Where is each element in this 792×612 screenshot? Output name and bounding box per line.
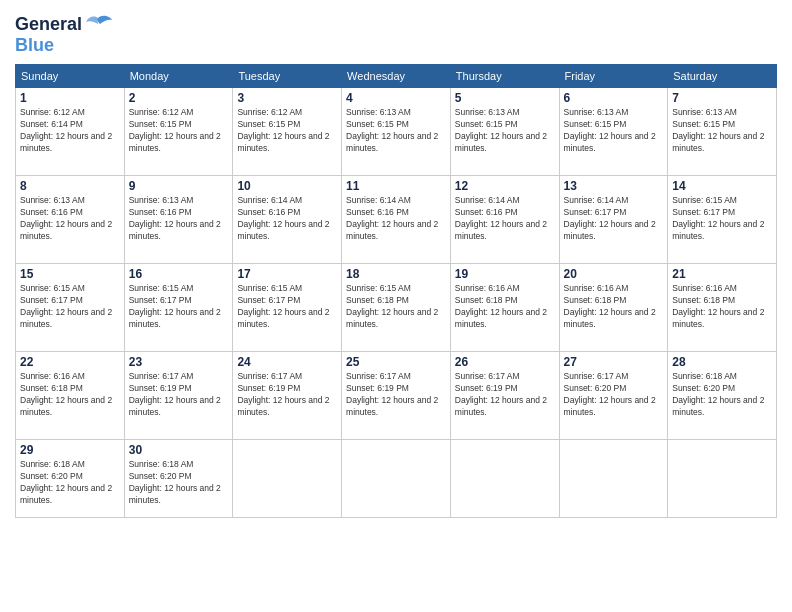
day-info: Sunrise: 6:14 AMSunset: 6:16 PMDaylight:… <box>346 195 446 243</box>
day-number: 3 <box>237 91 337 105</box>
logo-bird-icon <box>84 14 112 34</box>
table-row: 17Sunrise: 6:15 AMSunset: 6:17 PMDayligh… <box>233 264 342 352</box>
table-row: 2Sunrise: 6:12 AMSunset: 6:15 PMDaylight… <box>124 88 233 176</box>
day-number: 10 <box>237 179 337 193</box>
calendar-week-row: 29Sunrise: 6:18 AMSunset: 6:20 PMDayligh… <box>16 440 777 518</box>
col-wednesday: Wednesday <box>342 65 451 88</box>
page: General Blue Sunday Monday Tuesday Wedne… <box>0 0 792 612</box>
table-row: 18Sunrise: 6:15 AMSunset: 6:18 PMDayligh… <box>342 264 451 352</box>
calendar-week-row: 15Sunrise: 6:15 AMSunset: 6:17 PMDayligh… <box>16 264 777 352</box>
day-number: 5 <box>455 91 555 105</box>
day-number: 1 <box>20 91 120 105</box>
header: General Blue <box>15 10 777 56</box>
day-info: Sunrise: 6:17 AMSunset: 6:19 PMDaylight:… <box>455 371 555 419</box>
calendar-week-row: 22Sunrise: 6:16 AMSunset: 6:18 PMDayligh… <box>16 352 777 440</box>
logo-general-text: General <box>15 14 82 35</box>
day-number: 16 <box>129 267 229 281</box>
col-monday: Monday <box>124 65 233 88</box>
day-number: 2 <box>129 91 229 105</box>
day-info: Sunrise: 6:13 AMSunset: 6:15 PMDaylight:… <box>346 107 446 155</box>
day-number: 4 <box>346 91 446 105</box>
table-row: 5Sunrise: 6:13 AMSunset: 6:15 PMDaylight… <box>450 88 559 176</box>
table-row: 29Sunrise: 6:18 AMSunset: 6:20 PMDayligh… <box>16 440 125 518</box>
day-number: 7 <box>672 91 772 105</box>
table-row: 23Sunrise: 6:17 AMSunset: 6:19 PMDayligh… <box>124 352 233 440</box>
calendar-week-row: 1Sunrise: 6:12 AMSunset: 6:14 PMDaylight… <box>16 88 777 176</box>
day-info: Sunrise: 6:16 AMSunset: 6:18 PMDaylight:… <box>672 283 772 331</box>
day-info: Sunrise: 6:12 AMSunset: 6:14 PMDaylight:… <box>20 107 120 155</box>
table-row: 7Sunrise: 6:13 AMSunset: 6:15 PMDaylight… <box>668 88 777 176</box>
day-info: Sunrise: 6:13 AMSunset: 6:16 PMDaylight:… <box>20 195 120 243</box>
day-info: Sunrise: 6:16 AMSunset: 6:18 PMDaylight:… <box>564 283 664 331</box>
day-number: 12 <box>455 179 555 193</box>
day-info: Sunrise: 6:15 AMSunset: 6:18 PMDaylight:… <box>346 283 446 331</box>
day-info: Sunrise: 6:13 AMSunset: 6:16 PMDaylight:… <box>129 195 229 243</box>
day-info: Sunrise: 6:16 AMSunset: 6:18 PMDaylight:… <box>20 371 120 419</box>
logo-blue-text: Blue <box>15 35 54 55</box>
day-number: 21 <box>672 267 772 281</box>
day-number: 29 <box>20 443 120 457</box>
table-row: 19Sunrise: 6:16 AMSunset: 6:18 PMDayligh… <box>450 264 559 352</box>
table-row <box>559 440 668 518</box>
day-number: 30 <box>129 443 229 457</box>
table-row <box>668 440 777 518</box>
day-info: Sunrise: 6:15 AMSunset: 6:17 PMDaylight:… <box>237 283 337 331</box>
calendar-table: Sunday Monday Tuesday Wednesday Thursday… <box>15 64 777 518</box>
table-row: 6Sunrise: 6:13 AMSunset: 6:15 PMDaylight… <box>559 88 668 176</box>
day-info: Sunrise: 6:18 AMSunset: 6:20 PMDaylight:… <box>672 371 772 419</box>
col-friday: Friday <box>559 65 668 88</box>
col-sunday: Sunday <box>16 65 125 88</box>
day-info: Sunrise: 6:18 AMSunset: 6:20 PMDaylight:… <box>129 459 229 507</box>
day-info: Sunrise: 6:18 AMSunset: 6:20 PMDaylight:… <box>20 459 120 507</box>
day-info: Sunrise: 6:15 AMSunset: 6:17 PMDaylight:… <box>129 283 229 331</box>
calendar-week-row: 8Sunrise: 6:13 AMSunset: 6:16 PMDaylight… <box>16 176 777 264</box>
table-row: 10Sunrise: 6:14 AMSunset: 6:16 PMDayligh… <box>233 176 342 264</box>
day-number: 15 <box>20 267 120 281</box>
day-number: 8 <box>20 179 120 193</box>
day-info: Sunrise: 6:15 AMSunset: 6:17 PMDaylight:… <box>672 195 772 243</box>
day-number: 27 <box>564 355 664 369</box>
day-info: Sunrise: 6:17 AMSunset: 6:19 PMDaylight:… <box>129 371 229 419</box>
day-info: Sunrise: 6:14 AMSunset: 6:16 PMDaylight:… <box>455 195 555 243</box>
day-number: 25 <box>346 355 446 369</box>
day-number: 11 <box>346 179 446 193</box>
table-row: 27Sunrise: 6:17 AMSunset: 6:20 PMDayligh… <box>559 352 668 440</box>
table-row: 11Sunrise: 6:14 AMSunset: 6:16 PMDayligh… <box>342 176 451 264</box>
day-info: Sunrise: 6:13 AMSunset: 6:15 PMDaylight:… <box>455 107 555 155</box>
table-row: 3Sunrise: 6:12 AMSunset: 6:15 PMDaylight… <box>233 88 342 176</box>
day-number: 23 <box>129 355 229 369</box>
day-info: Sunrise: 6:14 AMSunset: 6:17 PMDaylight:… <box>564 195 664 243</box>
col-saturday: Saturday <box>668 65 777 88</box>
col-tuesday: Tuesday <box>233 65 342 88</box>
table-row: 4Sunrise: 6:13 AMSunset: 6:15 PMDaylight… <box>342 88 451 176</box>
table-row: 15Sunrise: 6:15 AMSunset: 6:17 PMDayligh… <box>16 264 125 352</box>
table-row: 22Sunrise: 6:16 AMSunset: 6:18 PMDayligh… <box>16 352 125 440</box>
table-row: 21Sunrise: 6:16 AMSunset: 6:18 PMDayligh… <box>668 264 777 352</box>
day-number: 9 <box>129 179 229 193</box>
table-row: 8Sunrise: 6:13 AMSunset: 6:16 PMDaylight… <box>16 176 125 264</box>
table-row <box>342 440 451 518</box>
table-row: 25Sunrise: 6:17 AMSunset: 6:19 PMDayligh… <box>342 352 451 440</box>
day-info: Sunrise: 6:15 AMSunset: 6:17 PMDaylight:… <box>20 283 120 331</box>
table-row: 20Sunrise: 6:16 AMSunset: 6:18 PMDayligh… <box>559 264 668 352</box>
day-info: Sunrise: 6:16 AMSunset: 6:18 PMDaylight:… <box>455 283 555 331</box>
table-row: 16Sunrise: 6:15 AMSunset: 6:17 PMDayligh… <box>124 264 233 352</box>
day-number: 26 <box>455 355 555 369</box>
table-row: 12Sunrise: 6:14 AMSunset: 6:16 PMDayligh… <box>450 176 559 264</box>
day-info: Sunrise: 6:12 AMSunset: 6:15 PMDaylight:… <box>129 107 229 155</box>
logo: General Blue <box>15 10 112 56</box>
table-row <box>450 440 559 518</box>
table-row: 24Sunrise: 6:17 AMSunset: 6:19 PMDayligh… <box>233 352 342 440</box>
calendar-header-row: Sunday Monday Tuesday Wednesday Thursday… <box>16 65 777 88</box>
col-thursday: Thursday <box>450 65 559 88</box>
table-row: 13Sunrise: 6:14 AMSunset: 6:17 PMDayligh… <box>559 176 668 264</box>
day-number: 19 <box>455 267 555 281</box>
day-number: 24 <box>237 355 337 369</box>
day-number: 14 <box>672 179 772 193</box>
day-info: Sunrise: 6:12 AMSunset: 6:15 PMDaylight:… <box>237 107 337 155</box>
day-info: Sunrise: 6:14 AMSunset: 6:16 PMDaylight:… <box>237 195 337 243</box>
day-number: 18 <box>346 267 446 281</box>
day-info: Sunrise: 6:13 AMSunset: 6:15 PMDaylight:… <box>564 107 664 155</box>
day-number: 20 <box>564 267 664 281</box>
day-number: 28 <box>672 355 772 369</box>
